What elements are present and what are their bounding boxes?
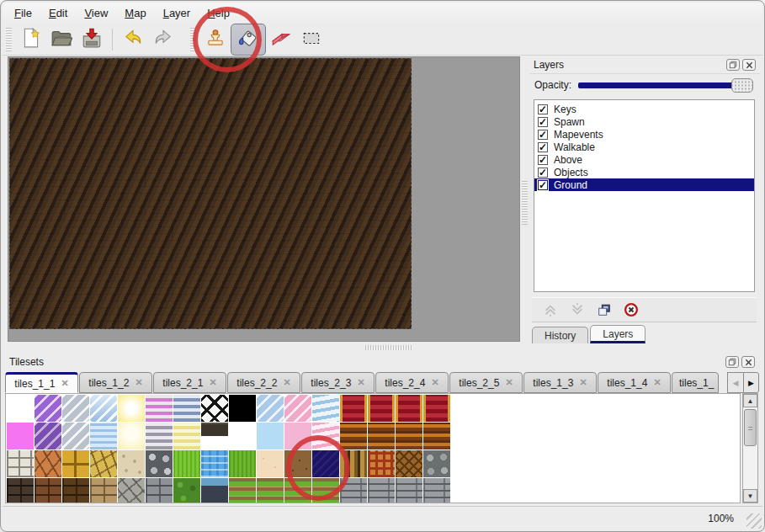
tile-ribbon-blue[interactable]	[312, 395, 339, 422]
tile-water[interactable]	[201, 450, 228, 477]
scroll-right-arrow-icon[interactable]: ▶	[743, 372, 759, 393]
panel-tab-history[interactable]: History	[532, 327, 588, 343]
tile-water-blue[interactable]	[90, 423, 117, 450]
close-icon[interactable]	[742, 59, 756, 71]
tile-stripes-yellow[interactable]	[173, 423, 200, 450]
fill-bucket-tool-button[interactable]	[231, 24, 266, 56]
tab-close-icon[interactable]: ✕	[283, 377, 290, 388]
tile-ribbon-pink[interactable]	[312, 423, 339, 450]
layer-item-ground[interactable]: ✓Ground	[534, 178, 754, 191]
layer-visibility-checkbox[interactable]: ✓	[538, 142, 548, 152]
menu-edit[interactable]: Edit	[40, 3, 76, 23]
tile-glass-purple-dark[interactable]	[35, 423, 61, 450]
horizontal-splitter[interactable]	[8, 343, 520, 352]
tile-magenta[interactable]	[7, 423, 34, 450]
toolbar-drag-handle[interactable]	[6, 28, 12, 51]
menu-map[interactable]: Map	[116, 3, 154, 23]
menu-layer[interactable]: Layer	[155, 3, 199, 23]
tile-plaque[interactable]	[201, 423, 228, 450]
tileset-tab-tiles_2_1[interactable]: tiles_2_1✕	[153, 372, 226, 393]
tile-herringbone[interactable]	[396, 450, 422, 477]
layer-item-above[interactable]: ✓Above	[534, 153, 754, 166]
tile-carpet-red[interactable]	[423, 395, 450, 422]
tile-basket-weave[interactable]	[368, 450, 395, 477]
delete-layer-button[interactable]	[623, 301, 640, 318]
layer-visibility-checkbox[interactable]: ✓	[538, 130, 548, 140]
tile-grass-path[interactable]	[312, 478, 339, 503]
tile-glass-gray[interactable]	[62, 395, 89, 422]
tile-pebbles[interactable]	[118, 450, 145, 477]
close-icon[interactable]	[741, 356, 755, 368]
tile-glass-blue[interactable]	[90, 395, 117, 422]
tile-stripes-brown[interactable]	[340, 423, 367, 450]
tileset-tab-tiles_1_3[interactable]: tiles_1_3✕	[523, 372, 597, 393]
redo-button[interactable]	[148, 25, 178, 54]
tab-close-icon[interactable]: ✕	[579, 377, 587, 388]
layer-item-mapevents[interactable]: ✓Mapevents	[534, 128, 754, 141]
tile-stripes-brown[interactable]	[368, 423, 395, 450]
tile-carpet-red[interactable]	[368, 395, 395, 422]
tab-close-icon[interactable]: ✕	[505, 377, 513, 388]
tile-wood-stripes[interactable]	[340, 450, 367, 477]
panel-tab-layers[interactable]: Layers	[590, 325, 645, 343]
stamp-tool-button[interactable]	[200, 25, 231, 54]
tile-pale-yellow[interactable]	[118, 423, 145, 450]
palette-scrollbar[interactable]: ▲ ▼	[742, 393, 758, 503]
scrollbar-thumb[interactable]	[744, 409, 757, 446]
tile-carpet-red[interactable]	[340, 395, 367, 422]
tile-grass-path[interactable]	[284, 478, 311, 503]
tile-planks-gray[interactable]	[368, 478, 395, 503]
tile-planks-gray[interactable]	[396, 478, 422, 503]
tile-blue-solid[interactable]	[257, 423, 284, 450]
resize-grip[interactable]	[746, 513, 762, 529]
tile-glass-purple[interactable]	[35, 395, 61, 422]
new-map-button[interactable]	[16, 25, 46, 54]
tile-lattice[interactable]	[201, 395, 228, 422]
layer-item-keys[interactable]: ✓Keys	[534, 103, 754, 115]
tile-path-yellow[interactable]	[90, 450, 117, 477]
tile-stripes-pink[interactable]	[146, 395, 173, 422]
tileset-tab-tiles_2_2[interactable]: tiles_2_2✕	[227, 372, 300, 393]
tile-stripes-gray[interactable]	[146, 423, 173, 450]
tile-brick-gray[interactable]	[146, 478, 173, 503]
tile-brick-blue[interactable]	[201, 478, 228, 503]
tile-tiles-gold[interactable]	[62, 450, 89, 477]
tileset-tab-tiles_2_3[interactable]: tiles_2_3✕	[301, 372, 375, 393]
layer-visibility-checkbox[interactable]: ✓	[538, 180, 548, 190]
menu-view[interactable]: View	[76, 3, 116, 23]
tab-close-icon[interactable]: ✕	[135, 377, 142, 388]
tile-grass-path[interactable]	[229, 478, 256, 503]
map-canvas-area[interactable]	[8, 56, 520, 342]
rect-select-tool-button[interactable]	[296, 25, 327, 54]
tile-grass-path[interactable]	[257, 478, 284, 503]
tile-grass-bright[interactable]	[173, 450, 200, 477]
scroll-left-arrow-icon[interactable]: ◀	[727, 372, 743, 393]
tile-dirt-brown[interactable]	[284, 450, 311, 477]
tile-glow-yellow[interactable]	[118, 395, 145, 422]
tile-stone-gray[interactable]	[118, 478, 145, 503]
tile-brick-brown[interactable]	[35, 478, 61, 503]
eraser-tool-button[interactable]	[266, 25, 296, 54]
menu-help[interactable]: Help	[199, 3, 238, 23]
tile-sand-pale[interactable]	[257, 450, 284, 477]
tile-flagstone-orange[interactable]	[35, 450, 61, 477]
opacity-slider-handle[interactable]	[731, 78, 753, 93]
tile-planks-gray[interactable]	[340, 478, 367, 503]
duplicate-layer-button[interactable]	[596, 301, 613, 318]
tile-glass-blue2[interactable]	[257, 395, 284, 422]
layer-visibility-checkbox[interactable]: ✓	[538, 168, 548, 178]
float-icon[interactable]	[725, 356, 739, 368]
float-icon[interactable]	[726, 59, 740, 71]
layer-item-objects[interactable]: ✓Objects	[534, 166, 754, 178]
tile-brick-darkbrown[interactable]	[62, 478, 89, 503]
tile-stripes-blue[interactable]	[173, 395, 200, 422]
raise-layer-button[interactable]	[542, 301, 559, 318]
opacity-slider[interactable]	[578, 78, 753, 93]
open-map-button[interactable]	[46, 25, 77, 54]
tile-grass[interactable]	[229, 450, 256, 477]
map-view[interactable]	[9, 58, 412, 329]
tile-cobblestone[interactable]	[146, 450, 173, 477]
tile-carpet-red[interactable]	[396, 395, 422, 422]
tile-stones-gray[interactable]	[423, 450, 450, 477]
save-map-button[interactable]	[77, 25, 107, 54]
